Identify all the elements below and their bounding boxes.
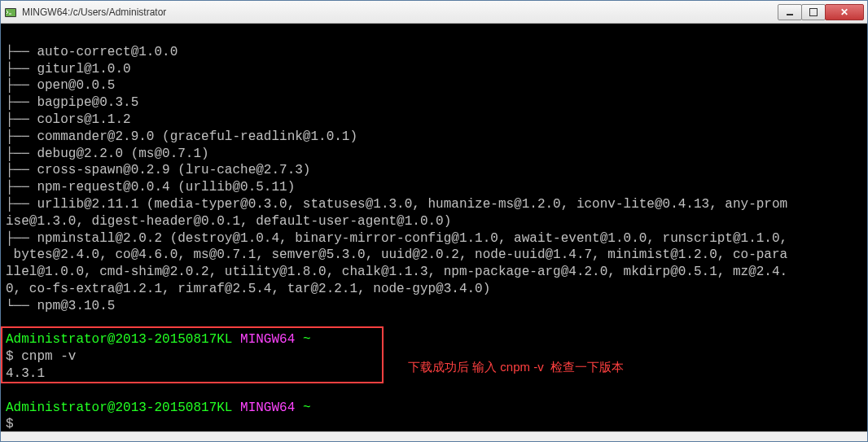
prompt-path: ~ (303, 332, 311, 347)
dep-line: ├── urllib@2.11.1 (media-typer@0.3.0, st… (6, 197, 787, 229)
dep-line: ├── npm-request@0.0.4 (urllib@0.5.11) (6, 180, 295, 195)
window-title: MINGW64:/c/Users/Administrator (22, 7, 166, 18)
prompt-env: MINGW64 (240, 332, 295, 347)
prompt-path: ~ (303, 400, 311, 415)
window-titlebar[interactable]: MINGW64:/c/Users/Administrator (1, 1, 867, 24)
minimize-button[interactable] (778, 4, 802, 20)
prompt-user-host: Administrator@2013-20150817KL (6, 332, 232, 347)
dep-line: ├── auto-correct@1.0.0 (6, 45, 178, 59)
dep-line: └── npm@3.10.5 (6, 299, 115, 313)
mingw-terminal-window: MINGW64:/c/Users/Administrator ├── auto-… (0, 0, 868, 442)
dep-line: ├── debug@2.2.0 (ms@0.7.1) (6, 147, 209, 161)
command-output: 4.3.1 (6, 366, 45, 381)
app-icon (4, 6, 17, 19)
dep-line: ├── colors@1.1.2 (6, 112, 131, 127)
prompt-env: MINGW64 (240, 400, 295, 415)
dep-line: ├── open@0.0.5 (6, 78, 115, 93)
dep-line: ├── cross-spawn@0.2.9 (lru-cache@2.7.3) (6, 163, 310, 177)
dep-line: ├── giturl@1.0.0 (6, 62, 131, 77)
prompt-user-host: Administrator@2013-20150817KL (6, 400, 232, 415)
dep-line: ├── bagpipe@0.3.5 (6, 95, 138, 110)
window-statusbar (1, 431, 867, 441)
terminal-body[interactable]: ├── auto-correct@1.0.0 ├── giturl@1.0.0 … (1, 24, 867, 431)
command-input: cnpm -v (21, 349, 76, 364)
close-button[interactable] (825, 4, 864, 20)
window-controls (778, 4, 864, 20)
annotation-text: 下载成功后 输入 cnpm -v 检查一下版本 (408, 359, 624, 375)
titlebar-left: MINGW64:/c/Users/Administrator (4, 6, 166, 19)
dep-line: ├── commander@2.9.0 (graceful-readlink@1… (6, 129, 357, 144)
dep-line: ├── npminstall@2.0.2 (destroy@1.0.4, bin… (6, 231, 787, 296)
maximize-button[interactable] (801, 4, 826, 20)
